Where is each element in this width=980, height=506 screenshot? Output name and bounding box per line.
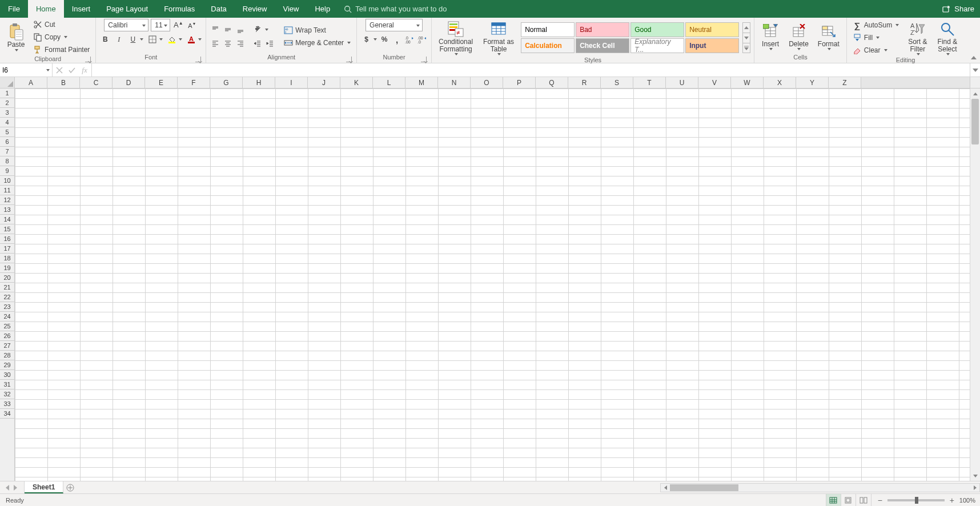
row-header[interactable]: 7	[0, 147, 14, 156]
row-header[interactable]: 20	[0, 273, 14, 283]
font-launcher[interactable]	[195, 57, 201, 62]
fill-color-menu[interactable]	[177, 34, 183, 45]
column-header[interactable]: Q	[536, 77, 568, 88]
align-center-button[interactable]	[222, 38, 234, 49]
column-header[interactable]: E	[145, 77, 178, 88]
view-normal-button[interactable]	[826, 494, 841, 507]
zoom-out-button[interactable]: −	[876, 496, 884, 504]
column-header[interactable]: U	[666, 77, 698, 88]
row-header[interactable]: 11	[0, 186, 14, 195]
conditional-formatting-button[interactable]: ≠ Conditional Formatting	[435, 19, 476, 57]
column-header[interactable]: W	[731, 77, 764, 88]
font-color-button[interactable]: A	[185, 34, 196, 45]
row-header[interactable]: 15	[0, 224, 14, 234]
clear-button[interactable]: Clear	[850, 45, 901, 56]
row-header[interactable]: 34	[0, 409, 14, 419]
column-header[interactable]: H	[243, 77, 275, 88]
view-page-break-button[interactable]	[856, 494, 871, 507]
menu-tab-home[interactable]: Home	[28, 0, 64, 18]
row-header[interactable]: 17	[0, 244, 14, 254]
menu-tab-review[interactable]: Review	[235, 0, 275, 18]
row-header[interactable]: 31	[0, 380, 14, 389]
row-header[interactable]: 2	[0, 98, 14, 108]
menu-tab-page-layout[interactable]: Page Layout	[98, 0, 156, 18]
cell-style-neutral[interactable]: Neutral	[685, 22, 739, 37]
menu-tab-view[interactable]: View	[275, 0, 307, 18]
row-header[interactable]: 18	[0, 254, 14, 263]
row-header[interactable]: 21	[0, 283, 14, 292]
cell-style-input[interactable]: Input	[685, 38, 739, 53]
name-box[interactable]	[0, 63, 53, 77]
cell-style-bad[interactable]: Bad	[576, 22, 629, 37]
menu-tab-data[interactable]: Data	[203, 0, 234, 18]
decrease-font-size-button[interactable]: A▼	[186, 19, 198, 31]
scroll-down-button[interactable]	[970, 471, 980, 481]
bold-button[interactable]: B	[99, 34, 111, 45]
italic-button[interactable]: I	[113, 34, 124, 45]
increase-font-size-button[interactable]: A▲	[172, 19, 184, 31]
row-header[interactable]: 12	[0, 195, 14, 205]
row-header[interactable]: 14	[0, 215, 14, 224]
increase-indent-button[interactable]	[264, 38, 276, 49]
underline-menu[interactable]	[138, 34, 144, 45]
column-header[interactable]: S	[601, 77, 633, 88]
cell-style-good[interactable]: Good	[630, 22, 684, 37]
row-header[interactable]: 27	[0, 341, 14, 351]
share-button[interactable]: Share	[936, 0, 980, 18]
merge-center-button[interactable]: Merge & Center	[282, 37, 353, 49]
comma-button[interactable]: ,	[391, 34, 403, 45]
expand-formula-bar-button[interactable]	[970, 63, 980, 77]
row-header[interactable]: 33	[0, 399, 14, 409]
format-painter-button[interactable]: Format Painter	[31, 44, 92, 55]
accounting-format-button[interactable]: $	[360, 34, 372, 45]
vertical-scrollbar[interactable]	[970, 89, 980, 481]
delete-cells-button[interactable]: Delete	[785, 21, 812, 51]
row-header[interactable]: 28	[0, 351, 14, 360]
column-header[interactable]: A	[15, 77, 47, 88]
menu-tab-insert[interactable]: Insert	[64, 0, 99, 18]
menu-tab-file[interactable]: File	[0, 0, 28, 18]
font-color-menu[interactable]	[196, 34, 202, 45]
gallery-more-button[interactable]	[743, 43, 750, 53]
number-launcher[interactable]	[421, 57, 427, 62]
cell-style-calc[interactable]: Calculation	[521, 38, 575, 53]
alignment-launcher[interactable]	[346, 57, 352, 62]
zoom-knob[interactable]	[915, 497, 918, 504]
orientation-menu[interactable]	[263, 24, 269, 35]
cells-area[interactable]	[15, 89, 970, 481]
autosum-button[interactable]: ∑AutoSum	[850, 19, 901, 31]
row-header[interactable]: 25	[0, 322, 14, 331]
column-header[interactable]: J	[308, 77, 340, 88]
column-header[interactable]: N	[438, 77, 471, 88]
scroll-thumb[interactable]	[670, 484, 738, 491]
insert-cells-button[interactable]: Insert	[758, 21, 783, 51]
decrease-indent-button[interactable]	[252, 38, 263, 49]
row-header[interactable]: 32	[0, 389, 14, 399]
underline-button[interactable]: U	[127, 34, 138, 45]
column-header[interactable]: M	[405, 77, 438, 88]
row-header[interactable]: 1	[0, 89, 14, 98]
tell-me-search[interactable]: Tell me what you want to do	[344, 0, 447, 18]
column-header[interactable]: O	[471, 77, 503, 88]
row-header[interactable]: 10	[0, 176, 14, 186]
collapse-ribbon-button[interactable]	[970, 54, 978, 62]
column-header[interactable]: Z	[829, 77, 861, 88]
menu-tab-help[interactable]: Help	[307, 0, 338, 18]
align-right-button[interactable]	[235, 38, 246, 49]
column-header[interactable]: B	[47, 77, 80, 88]
cut-button[interactable]: Cut	[31, 19, 92, 30]
view-page-layout-button[interactable]	[841, 494, 856, 507]
scroll-up-button[interactable]	[970, 89, 980, 99]
align-middle-button[interactable]	[222, 24, 234, 35]
scroll-right-button[interactable]	[970, 484, 979, 492]
column-header[interactable]: V	[698, 77, 731, 88]
cell-style-check[interactable]: Check Cell	[576, 38, 629, 53]
format-as-table-button[interactable]: Format as Table	[480, 19, 517, 57]
borders-menu[interactable]	[158, 34, 163, 45]
menu-tab-formulas[interactable]: Formulas	[156, 0, 203, 18]
font-size-combo[interactable]: 11	[151, 19, 170, 31]
name-box-input[interactable]	[2, 66, 40, 74]
row-header[interactable]: 16	[0, 234, 14, 244]
sheet-tab-active[interactable]: Sheet1	[25, 481, 63, 493]
insert-function-button[interactable]: fx	[80, 66, 89, 75]
